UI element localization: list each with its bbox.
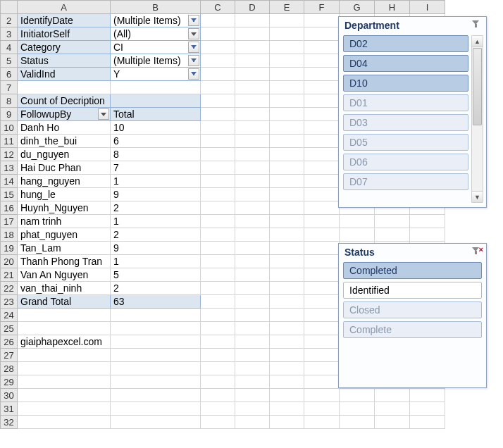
column-header-F[interactable]: F [304,1,340,14]
cell[interactable]: 9 [111,242,201,255]
scroll-thumb[interactable] [473,48,482,125]
cell[interactable] [201,121,235,135]
row-header[interactable]: 28 [1,362,18,375]
cell[interactable] [235,201,270,215]
cell[interactable]: van_thai_ninh [18,282,111,295]
cell[interactable] [304,349,340,362]
cell[interactable] [235,255,270,268]
cell[interactable] [201,41,235,54]
row-header[interactable]: 2 [1,14,18,27]
cell[interactable] [235,161,270,175]
cell[interactable] [201,322,235,335]
cell[interactable] [235,362,270,375]
cell[interactable] [235,175,270,188]
cell[interactable] [304,322,340,335]
cell[interactable] [235,282,270,295]
cell[interactable] [18,375,111,389]
row-header[interactable]: 23 [1,295,18,309]
cell[interactable] [201,295,235,309]
cell[interactable] [235,349,270,362]
cell[interactable] [235,41,270,54]
row-header[interactable]: 15 [1,188,18,201]
cell[interactable] [304,54,340,68]
row-header[interactable]: 21 [1,268,18,282]
cell[interactable]: 8 [111,148,201,161]
cell[interactable] [235,148,270,161]
slicer-item[interactable]: D06 [343,154,468,170]
row-header[interactable]: 12 [1,148,18,161]
cell[interactable] [340,402,375,416]
cell[interactable] [201,94,235,108]
cell[interactable] [304,309,340,322]
cell[interactable]: Category [18,41,111,54]
cell[interactable] [201,14,235,27]
row-header[interactable]: 6 [1,68,18,81]
cell[interactable] [340,389,375,402]
column-header-I[interactable]: I [410,1,445,14]
cell[interactable]: Van An Nguyen [18,268,111,282]
filter-dropdown-button[interactable] [188,68,199,80]
cell[interactable]: FollowupBy [18,108,111,121]
cell[interactable] [235,14,270,27]
cell[interactable]: dinh_the_bui [18,135,111,148]
slicer-status[interactable]: Status × CompletedIdentifiedClosedComple… [338,243,487,388]
cell[interactable] [270,215,304,228]
column-header-E[interactable]: E [270,1,304,14]
clear-filter-icon[interactable]: × [471,247,482,258]
cell[interactable] [201,68,235,81]
row-header[interactable]: 17 [1,215,18,228]
cell[interactable]: (All) [111,27,201,41]
row-header[interactable]: 19 [1,242,18,255]
cell[interactable] [304,201,340,215]
cell[interactable] [270,295,304,309]
row-header[interactable]: 3 [1,27,18,41]
cell[interactable] [375,402,410,416]
cell[interactable] [111,309,201,322]
cell[interactable] [270,14,304,27]
cell[interactable] [304,268,340,282]
cell[interactable] [18,416,111,429]
cell[interactable]: 9 [111,188,201,201]
cell[interactable] [201,135,235,148]
cell[interactable] [304,161,340,175]
cell[interactable]: phat_nguyen [18,228,111,242]
cell[interactable] [375,389,410,402]
cell[interactable] [304,41,340,54]
column-header-G[interactable]: G [340,1,375,14]
cell[interactable]: Grand Total [18,295,111,309]
slicer-item[interactable]: D04 [343,55,468,72]
cell[interactable] [410,416,445,429]
cell[interactable] [270,121,304,135]
cell[interactable] [270,268,304,282]
cell[interactable] [304,362,340,375]
cell[interactable] [304,335,340,349]
slicer-item[interactable]: Completed [343,262,482,279]
cell[interactable] [235,108,270,121]
slicer-item[interactable]: Complete [343,321,482,338]
cell[interactable] [18,362,111,375]
cell[interactable] [235,375,270,389]
row-header[interactable]: 16 [1,201,18,215]
cell[interactable] [111,375,201,389]
cell[interactable] [304,375,340,389]
cell[interactable] [201,255,235,268]
cell[interactable]: 2 [111,201,201,215]
slicer-department[interactable]: Department D02D04D10D01D03D05D06D07 ▲ ▼ [338,16,487,208]
cell[interactable]: 5 [111,268,201,282]
row-header[interactable]: 7 [1,81,18,94]
cell[interactable] [340,228,375,242]
cell[interactable]: 6 [111,135,201,148]
cell[interactable] [270,188,304,201]
cell[interactable] [410,215,445,228]
cell[interactable] [235,188,270,201]
cell[interactable] [270,402,304,416]
cell[interactable]: 63 [111,295,201,309]
cell[interactable] [270,27,304,41]
cell[interactable] [201,375,235,389]
column-header-B[interactable]: B [111,1,201,14]
cell[interactable] [201,282,235,295]
cell[interactable] [111,389,201,402]
cell[interactable]: Total [111,108,201,121]
cell[interactable] [375,228,410,242]
cell[interactable] [201,242,235,255]
